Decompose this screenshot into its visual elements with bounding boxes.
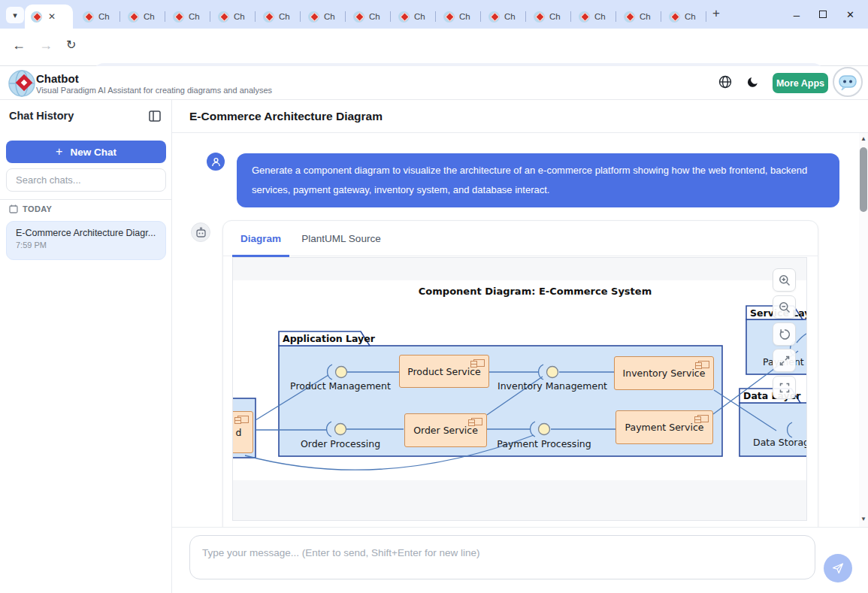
chat-history-item[interactable]: E-Commerce Architecture Diagr... 7:59 PM bbox=[6, 221, 166, 260]
browser-tab[interactable]: Ch bbox=[256, 5, 301, 29]
app-title: Chatbot bbox=[36, 72, 79, 85]
today-label: TODAY bbox=[23, 204, 52, 213]
interface-payment-processing-label: Payment Processing bbox=[484, 438, 604, 449]
component-icon bbox=[473, 359, 485, 367]
visual-paradigm-favicon bbox=[624, 11, 635, 23]
paper-plane-icon bbox=[831, 561, 845, 575]
visual-paradigm-favicon bbox=[534, 11, 545, 23]
reset-view-button[interactable] bbox=[773, 322, 796, 346]
reload-icon[interactable]: ↻ bbox=[66, 38, 76, 52]
browser-tab[interactable]: Ch bbox=[75, 5, 120, 29]
more-apps-button[interactable]: More Apps bbox=[773, 73, 828, 93]
visual-paradigm-favicon bbox=[669, 11, 680, 23]
fullscreen-button[interactable] bbox=[773, 376, 796, 399]
tab-close-icon[interactable]: ✕ bbox=[48, 12, 56, 21]
page-title: E-Commerce Architecture Diagram bbox=[189, 110, 383, 123]
new-chat-button[interactable]: + New Chat bbox=[6, 141, 166, 163]
browser-tab[interactable]: Ch bbox=[436, 5, 481, 29]
component-icon bbox=[471, 418, 482, 425]
browser-tab-strip: ▾ ✕ ChChChChChChChChChChChChChCh + – ✕ bbox=[0, 0, 868, 29]
component-icon bbox=[237, 416, 249, 423]
collapse-panel-icon[interactable] bbox=[149, 110, 161, 122]
browser-toolbar: ← → ↻ ai-toolbox.visual-paradigm.com/app… bbox=[0, 29, 868, 66]
component-web-frontend-clipped: d bbox=[232, 411, 253, 453]
package-application-layer-label: Application Layer bbox=[283, 333, 375, 344]
tab-search-button[interactable]: ▾ bbox=[6, 7, 24, 23]
tab-title: Ch bbox=[504, 12, 516, 21]
browser-tab[interactable]: Ch bbox=[346, 5, 391, 29]
search-chats-input[interactable] bbox=[6, 168, 166, 192]
tab-title: Ch bbox=[234, 12, 245, 21]
component-payment-service: Payment Service bbox=[615, 410, 713, 444]
tab-diagram[interactable]: Diagram bbox=[232, 221, 289, 256]
chat-item-time: 7:59 PM bbox=[16, 241, 156, 250]
dark-mode-moon-icon[interactable] bbox=[747, 76, 759, 88]
tab-title: Ch bbox=[189, 12, 200, 21]
send-button[interactable] bbox=[824, 554, 852, 582]
minimize-icon[interactable]: – bbox=[794, 8, 800, 21]
zoom-out-button[interactable] bbox=[773, 295, 796, 319]
component-label: Order Service bbox=[413, 425, 478, 436]
tab-title: Ch bbox=[369, 12, 380, 21]
app-header: Chatbot Visual Paradigm AI Assistant for… bbox=[0, 66, 868, 100]
visual-paradigm-favicon bbox=[128, 11, 139, 23]
browser-tab[interactable]: Ch bbox=[481, 5, 526, 29]
browser-tab[interactable]: Ch bbox=[661, 5, 706, 29]
card-tab-bar: Diagram PlantUML Source bbox=[223, 221, 818, 256]
browser-tab[interactable]: Ch bbox=[210, 5, 256, 29]
message-input[interactable] bbox=[189, 535, 815, 579]
browser-tab[interactable]: Ch bbox=[571, 5, 616, 29]
visual-paradigm-favicon bbox=[398, 11, 410, 23]
tab-title: Ch bbox=[549, 12, 561, 21]
component-label: d bbox=[236, 427, 242, 438]
browser-tab[interactable]: Ch bbox=[616, 5, 661, 29]
page-scrollbar-thumb[interactable] bbox=[860, 147, 867, 212]
diagram-canvas[interactable]: Component Diagram: E-Commerce System App… bbox=[232, 257, 807, 521]
visual-paradigm-favicon bbox=[218, 11, 229, 23]
plus-icon: + bbox=[56, 145, 62, 159]
chat-item-title: E-Commerce Architecture Diagr... bbox=[16, 228, 156, 238]
back-icon[interactable]: ← bbox=[12, 38, 26, 53]
scroll-down-arrow[interactable]: ▼ bbox=[859, 516, 868, 522]
app-subtitle: Visual Paradigm AI Assistant for creatin… bbox=[36, 86, 272, 95]
chatbot-badge-icon[interactable] bbox=[833, 67, 863, 97]
browser-tab[interactable]: Ch bbox=[391, 5, 436, 29]
visual-paradigm-favicon bbox=[173, 11, 184, 23]
visual-paradigm-favicon bbox=[263, 11, 274, 23]
forward-icon[interactable]: → bbox=[39, 38, 53, 53]
language-globe-icon[interactable] bbox=[718, 75, 732, 89]
robot-icon bbox=[195, 227, 207, 238]
interface-inventory-management-label: Inventory Management bbox=[488, 380, 616, 392]
tab-title: Ch bbox=[144, 12, 155, 21]
maximize-icon[interactable] bbox=[819, 11, 827, 18]
tab-title: Ch bbox=[459, 12, 470, 21]
composer-divider bbox=[172, 527, 868, 528]
active-tab[interactable]: ✕ bbox=[25, 5, 73, 29]
expand-button[interactable] bbox=[773, 349, 796, 372]
sidebar: Chat History + New Chat TODAY E-Commerce… bbox=[0, 100, 172, 593]
tab-title: Ch bbox=[279, 12, 290, 21]
zoom-in-button[interactable] bbox=[773, 268, 796, 292]
today-section-header: TODAY bbox=[9, 204, 52, 213]
interface-data-storage-label: Data Storage bbox=[753, 437, 807, 448]
browser-tab[interactable]: Ch bbox=[165, 5, 210, 29]
sidebar-divider bbox=[0, 199, 172, 200]
calendar-icon bbox=[9, 204, 18, 213]
inactive-tabs: ChChChChChChChChChChChChChCh bbox=[75, 5, 706, 29]
visual-paradigm-favicon bbox=[31, 11, 42, 23]
new-tab-button[interactable]: + bbox=[712, 6, 720, 21]
scroll-up-arrow[interactable]: ▲ bbox=[859, 135, 868, 142]
chat-scroll-region[interactable]: Generate a component diagram to visualiz… bbox=[172, 133, 859, 528]
window-controls: – ✕ bbox=[794, 0, 854, 29]
close-window-icon[interactable]: ✕ bbox=[846, 9, 854, 20]
chat-history-title: Chat History bbox=[9, 110, 74, 122]
component-label: Payment Service bbox=[625, 422, 704, 433]
tab-title: Ch bbox=[324, 12, 335, 21]
tab-plantuml-source[interactable]: PlantUML Source bbox=[300, 221, 383, 256]
bot-avatar bbox=[191, 222, 210, 242]
browser-tab[interactable]: Ch bbox=[120, 5, 165, 29]
browser-tab[interactable]: Ch bbox=[526, 5, 571, 29]
visual-paradigm-favicon bbox=[353, 11, 364, 23]
browser-tab[interactable]: Ch bbox=[301, 5, 346, 29]
user-avatar bbox=[207, 153, 225, 171]
